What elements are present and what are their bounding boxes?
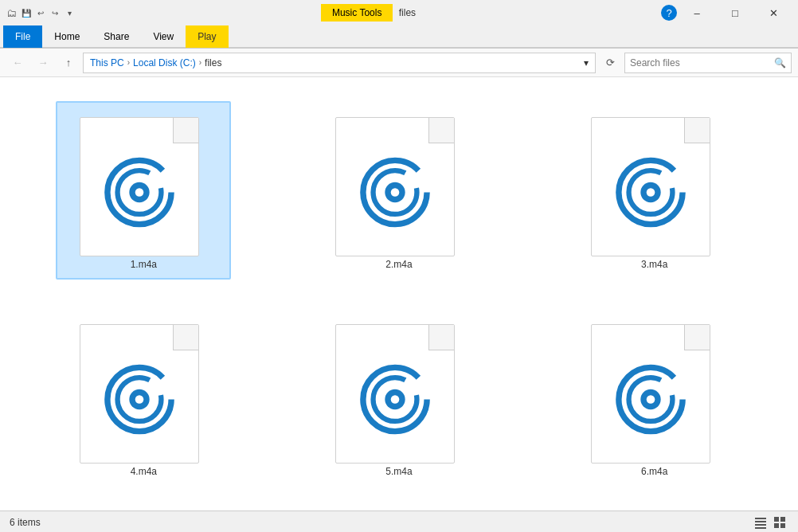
status-bar: 6 items xyxy=(0,510,798,532)
file-label: 4.m4a xyxy=(131,466,157,477)
file-label: 5.m4a xyxy=(385,466,412,477)
svg-rect-28 xyxy=(774,517,779,522)
file-icon-wrapper xyxy=(80,318,207,461)
svg-rect-29 xyxy=(780,517,785,522)
file-page xyxy=(335,324,455,464)
music-file-icon xyxy=(102,362,178,440)
tab-home[interactable]: Home xyxy=(42,25,92,48)
file-icon-wrapper xyxy=(335,318,463,461)
breadcrumb[interactable]: This PC › Local Disk (C:) › files ▾ xyxy=(83,53,596,73)
breadcrumb-item-local-disk[interactable]: Local Disk (C:) xyxy=(133,57,196,68)
search-input[interactable] xyxy=(630,57,771,68)
breadcrumb-dropdown[interactable]: ▾ xyxy=(584,57,589,68)
ribbon: File Home Share View Play xyxy=(0,25,798,49)
file-page xyxy=(80,117,199,256)
close-button[interactable]: ✕ xyxy=(755,0,792,25)
save-quick-button[interactable]: 💾 xyxy=(20,6,33,19)
status-item-count: 6 items xyxy=(10,517,41,528)
minimize-button[interactable]: – xyxy=(679,0,715,25)
file-page-fold xyxy=(684,118,710,143)
details-view-button[interactable] xyxy=(752,514,769,531)
file-grid: 1.m4a 2.m4a xyxy=(0,77,798,510)
file-icon-wrapper xyxy=(591,111,718,254)
music-file-icon xyxy=(357,155,432,233)
window-icon: 🗂 xyxy=(6,7,17,19)
file-page-fold xyxy=(684,325,710,350)
breadcrumb-item-files: files xyxy=(205,57,221,68)
svg-rect-25 xyxy=(755,521,766,522)
svg-point-19 xyxy=(391,395,400,404)
tab-share[interactable]: Share xyxy=(92,25,141,48)
file-label: 2.m4a xyxy=(385,259,412,270)
file-page xyxy=(591,324,710,464)
file-icon-wrapper xyxy=(335,111,463,254)
svg-point-7 xyxy=(391,188,400,197)
address-bar: ← → ↑ This PC › Local Disk (C:) › files … xyxy=(0,49,798,77)
title-bar-left: 🗂 💾 ↩ ↪ ▾ xyxy=(6,6,76,19)
breadcrumb-arrow-2: › xyxy=(199,58,201,67)
file-item[interactable]: 6.m4a xyxy=(567,308,742,487)
customize-quick-button[interactable]: ▾ xyxy=(63,6,76,19)
tab-music-tools[interactable]: Play xyxy=(186,25,228,48)
file-item[interactable]: 3.m4a xyxy=(567,101,742,280)
tab-file[interactable]: File xyxy=(3,25,42,48)
file-label: 1.m4a xyxy=(131,259,157,270)
music-file-icon xyxy=(357,362,432,440)
svg-point-11 xyxy=(646,188,655,197)
file-icon-wrapper xyxy=(591,318,718,461)
file-icon-wrapper xyxy=(80,111,207,254)
file-item[interactable]: 1.m4a xyxy=(56,101,231,280)
maximize-button[interactable]: □ xyxy=(717,0,753,25)
file-label: 3.m4a xyxy=(641,259,667,270)
music-file-icon xyxy=(612,362,688,440)
music-file-icon xyxy=(102,155,178,233)
file-page-fold xyxy=(428,325,454,350)
svg-rect-30 xyxy=(774,523,779,528)
file-page xyxy=(591,117,710,256)
refresh-button[interactable]: ⟳ xyxy=(599,52,621,74)
up-button[interactable]: ↑ xyxy=(57,52,80,74)
title-bar-controls: ? – □ ✕ xyxy=(661,0,792,25)
file-page xyxy=(80,324,199,464)
breadcrumb-item-this-pc[interactable]: This PC xyxy=(90,57,124,68)
svg-rect-26 xyxy=(755,524,766,526)
undo-quick-button[interactable]: ↩ xyxy=(34,6,47,19)
file-item[interactable]: 5.m4a xyxy=(311,308,487,487)
quick-access-toolbar: 💾 ↩ ↪ ▾ xyxy=(20,6,76,19)
breadcrumb-arrow-1: › xyxy=(127,58,130,67)
svg-point-15 xyxy=(135,395,144,404)
help-button[interactable]: ? xyxy=(661,5,677,21)
title-bar-center: Music Tools files xyxy=(79,4,658,22)
redo-quick-button[interactable]: ↪ xyxy=(49,6,61,19)
file-label: 6.m4a xyxy=(641,466,667,477)
svg-rect-24 xyxy=(755,518,766,519)
search-box: 🔍 xyxy=(624,53,792,73)
title-bar: 🗂 💾 ↩ ↪ ▾ Music Tools files ? – □ ✕ xyxy=(0,0,798,25)
tab-view[interactable]: View xyxy=(141,25,186,48)
file-page-fold xyxy=(173,118,198,143)
view-toggle xyxy=(752,514,788,531)
file-page-fold xyxy=(173,325,198,350)
svg-rect-31 xyxy=(780,523,785,528)
large-icons-view-button[interactable] xyxy=(771,514,788,531)
file-item[interactable]: 4.m4a xyxy=(56,308,231,487)
file-page xyxy=(335,117,455,256)
svg-point-23 xyxy=(646,395,655,404)
main-area: 1.m4a 2.m4a xyxy=(0,77,798,510)
file-item[interactable]: 2.m4a xyxy=(311,101,487,280)
ribbon-tab-bar: File Home Share View Play xyxy=(0,25,798,48)
music-tools-tab-label: Music Tools xyxy=(321,4,393,22)
window-title: files xyxy=(399,7,416,18)
music-file-icon xyxy=(612,155,688,233)
forward-button[interactable]: → xyxy=(32,52,54,74)
file-page-fold xyxy=(428,118,454,143)
back-button[interactable]: ← xyxy=(6,52,29,74)
svg-point-3 xyxy=(135,188,144,197)
search-icon: 🔍 xyxy=(774,57,786,68)
svg-rect-27 xyxy=(755,527,766,529)
